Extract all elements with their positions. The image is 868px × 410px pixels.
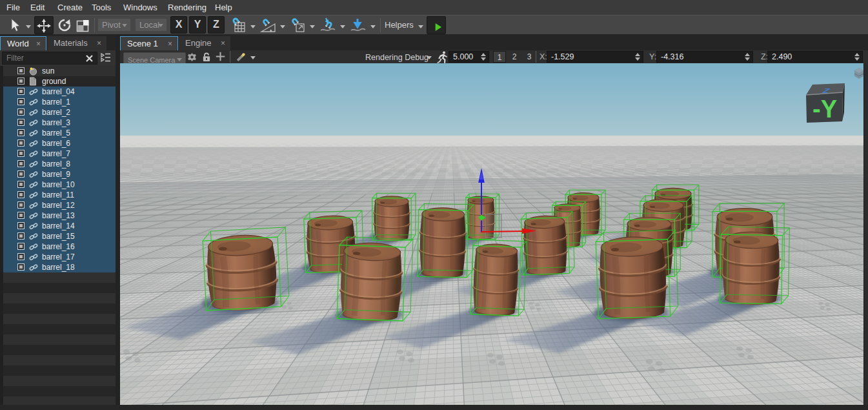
svg-text:-Y: -Y — [812, 96, 837, 123]
